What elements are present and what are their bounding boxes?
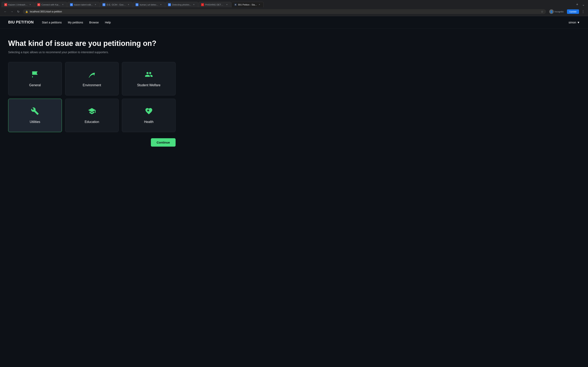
leaf-icon bbox=[88, 70, 96, 80]
nav-buttons: ← → ↻ bbox=[2, 9, 21, 15]
tab-favicon: ! bbox=[201, 3, 204, 6]
category-card-environment[interactable]: Environment bbox=[65, 62, 119, 95]
tab-title: BIU Petiton - Sta... bbox=[238, 3, 257, 6]
app-nav: Start a petitions My petitions Browse He… bbox=[42, 21, 569, 24]
browser-actions: 👤 Incognito Update ⋮ bbox=[548, 8, 586, 15]
browser-tab-tab4[interactable]: G D.E. GCIH - Goog... × bbox=[100, 2, 132, 7]
tab-title: Kaizen | Unleashi... bbox=[8, 3, 27, 6]
user-dropdown-icon: ▼ bbox=[577, 21, 580, 24]
tab-bar: K Kaizen | Unleashi... × K Connect with … bbox=[0, 0, 588, 7]
browser-tab-tab8[interactable]: B BIU Petiton - Sta... × bbox=[232, 2, 264, 7]
users-icon bbox=[145, 70, 153, 80]
tab-close-button[interactable]: × bbox=[29, 3, 32, 6]
browser-tab-tab1[interactable]: K Kaizen | Unleashi... × bbox=[2, 2, 34, 7]
tab-favicon: k bbox=[70, 3, 73, 6]
tab-close-button[interactable]: × bbox=[192, 3, 195, 6]
graduation-icon bbox=[88, 107, 96, 117]
browser-tab-tab7[interactable]: ! PHISHING DETEC... × bbox=[199, 2, 231, 7]
browser-tab-tab3[interactable]: k kaizen talent edit... × bbox=[67, 2, 100, 7]
tab-favicon: G bbox=[136, 3, 138, 6]
tab-close-button[interactable]: × bbox=[127, 3, 130, 6]
tab-favicon: B bbox=[234, 3, 237, 6]
tab-close-button[interactable]: × bbox=[159, 3, 162, 6]
tab-title: Detecting phishin... bbox=[172, 3, 191, 6]
tab-close-button[interactable]: × bbox=[94, 3, 97, 6]
tab-close-button[interactable]: × bbox=[226, 3, 228, 6]
url-bar[interactable]: 🔒 localhost:3001/start-a-petition ☆ bbox=[23, 9, 546, 14]
main-content: What kind of issue are you petitioning o… bbox=[0, 29, 184, 157]
tab-favicon: K bbox=[4, 3, 7, 6]
app-header: BIU PETITION Start a petitions My petiti… bbox=[0, 16, 588, 29]
tab-close-button[interactable]: × bbox=[258, 3, 261, 6]
tab-menu-button[interactable]: ⌄ bbox=[580, 2, 586, 7]
user-menu[interactable]: simon ▼ bbox=[569, 21, 580, 24]
page-title: What kind of issue are you petitioning o… bbox=[8, 39, 176, 48]
category-grid: General Environment Student Welfare Util… bbox=[8, 62, 176, 132]
address-bar: ← → ↻ 🔒 localhost:3001/start-a-petition … bbox=[0, 7, 588, 16]
category-card-education[interactable]: Education bbox=[65, 99, 119, 132]
nav-my-petitions[interactable]: My petitions bbox=[68, 21, 83, 24]
category-card-utilities[interactable]: Utilities bbox=[8, 99, 62, 132]
tab-title: kaizen talent edit... bbox=[74, 3, 93, 6]
category-card-general[interactable]: General bbox=[8, 62, 62, 95]
browser-menu-button[interactable]: ⋮ bbox=[581, 9, 586, 15]
nav-browse[interactable]: Browse bbox=[89, 21, 99, 24]
bookmark-icon[interactable]: ☆ bbox=[541, 10, 544, 13]
category-label-health: Health bbox=[144, 120, 154, 124]
tab-title: kumar j url detec... bbox=[140, 3, 158, 6]
profile-avatar: 👤 bbox=[549, 9, 554, 14]
category-label-environment: Environment bbox=[83, 83, 101, 87]
page-subtitle: Selecting a topic allows us to recommend… bbox=[8, 50, 176, 54]
tab-close-button[interactable]: × bbox=[61, 3, 64, 6]
browser-chrome: K Kaizen | Unleashi... × K Connect with … bbox=[0, 0, 588, 16]
tab-title: Connect with Kai... bbox=[42, 3, 60, 6]
continue-row: Continue bbox=[8, 138, 176, 147]
app-logo: BIU PETITION bbox=[8, 20, 34, 25]
tab-title: D.E. GCIH - Goog... bbox=[107, 3, 126, 6]
browser-tab-tab5[interactable]: G kumar j url detec... × bbox=[133, 2, 165, 7]
tab-favicon: K bbox=[37, 3, 40, 6]
update-button[interactable]: Update bbox=[567, 9, 579, 14]
category-label-education: Education bbox=[85, 120, 99, 124]
profile-button[interactable]: 👤 Incognito bbox=[548, 8, 565, 15]
flag-icon bbox=[31, 70, 39, 80]
tab-favicon: G bbox=[168, 3, 171, 6]
nav-start-petitions[interactable]: Start a petitions bbox=[42, 21, 62, 24]
back-button[interactable]: ← bbox=[2, 9, 8, 15]
tab-title: PHISHING DETEC... bbox=[205, 3, 224, 6]
lock-icon: 🔒 bbox=[25, 10, 28, 13]
category-label-general: General bbox=[29, 83, 41, 87]
new-tab-button[interactable]: + bbox=[574, 2, 580, 7]
nav-help[interactable]: Help bbox=[105, 21, 111, 24]
incognito-label: Incognito bbox=[554, 10, 564, 13]
forward-button[interactable]: → bbox=[9, 9, 15, 15]
refresh-button[interactable]: ↻ bbox=[16, 9, 21, 15]
tab-favicon: G bbox=[103, 3, 105, 6]
continue-button[interactable]: Continue bbox=[151, 138, 176, 147]
browser-tab-tab2[interactable]: K Connect with Kai... × bbox=[35, 2, 67, 7]
category-card-student-welfare[interactable]: Student Welfare bbox=[122, 62, 176, 95]
browser-tab-tab6[interactable]: G Detecting phishin... × bbox=[165, 2, 198, 7]
wrench-icon bbox=[31, 107, 39, 117]
url-text: localhost:3001/start-a-petition bbox=[30, 10, 539, 13]
category-label-utilities: Utilities bbox=[30, 120, 40, 124]
heart-icon bbox=[145, 107, 153, 117]
category-card-health[interactable]: Health bbox=[122, 99, 176, 132]
username-label: simon bbox=[569, 21, 576, 24]
category-label-student-welfare: Student Welfare bbox=[137, 83, 160, 87]
